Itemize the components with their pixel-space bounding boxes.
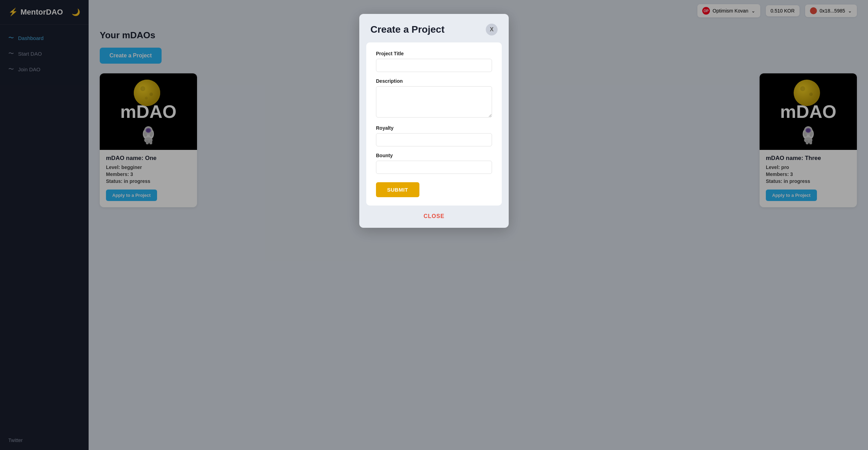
- modal-title: Create a Project: [370, 24, 444, 35]
- create-project-modal: Create a Project X Project Title Descrip…: [359, 14, 509, 228]
- modal-footer: CLOSE: [359, 206, 509, 228]
- royalty-label: Royalty: [376, 125, 492, 131]
- royalty-input[interactable]: [376, 133, 492, 146]
- bounty-input[interactable]: [376, 161, 492, 174]
- modal-body: Project Title Description Royalty Bounty…: [366, 42, 502, 206]
- project-title-input[interactable]: [376, 59, 492, 72]
- description-textarea[interactable]: [376, 86, 492, 118]
- modal-overlay: Create a Project X Project Title Descrip…: [0, 0, 868, 450]
- project-title-field: Project Title: [376, 51, 492, 72]
- submit-button[interactable]: SUBMIT: [376, 182, 419, 197]
- royalty-field: Royalty: [376, 125, 492, 146]
- bounty-field: Bounty: [376, 153, 492, 174]
- description-label: Description: [376, 78, 492, 84]
- project-title-label: Project Title: [376, 51, 492, 56]
- bounty-label: Bounty: [376, 153, 492, 158]
- modal-header: Create a Project X: [359, 14, 509, 42]
- modal-close-x-button[interactable]: X: [486, 24, 498, 35]
- description-field: Description: [376, 78, 492, 119]
- modal-close-button[interactable]: CLOSE: [424, 213, 444, 219]
